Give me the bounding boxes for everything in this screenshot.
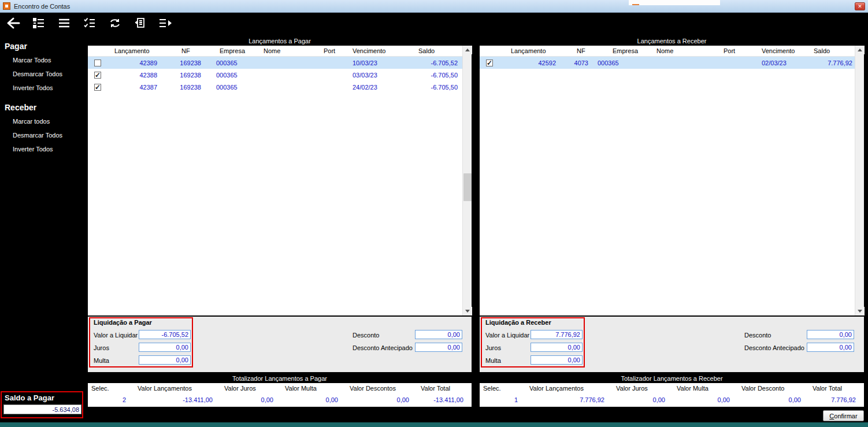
desconto-antecipado-input[interactable] [807,343,854,352]
cell-vencimento: 10/03/23 [350,60,405,66]
tot-val-selec: 1 [480,396,526,403]
cell-vencimento: 03/03/23 [350,72,405,79]
totalizador-receber: Totalizador Lançamentos a Receber Selec.… [480,374,864,407]
saldo-a-pagar-label: Saldo a Pagar [2,392,82,403]
status-bar [0,422,868,427]
cell-saldo: -6.705,50 [405,72,462,79]
pagar-panel: Lançamentos a Pagar Lançamento NF Empres… [88,37,472,315]
row-checkbox[interactable] [94,84,101,91]
receber-col-vencimento[interactable]: Vencimento [751,47,808,54]
menu-list-icon[interactable] [55,15,73,31]
sidebar: Pagar Marcar Todos Desmarcar Todos Inver… [0,34,87,422]
tot-val-valor-desconto: 0,00 [738,396,809,403]
sidebar-item-pagar-marcar-todos[interactable]: Marcar Todos [0,53,87,67]
pagar-col-vencimento[interactable]: Vencimento [350,47,405,54]
tot-col-valor-total: Valor Total [809,385,864,392]
totalizador-pagar-values: 2 -13.411,00 0,00 0,00 0,00 -13.411,00 [88,393,472,407]
desconto-antecipado-label: Desconto Antecipado [353,344,413,351]
confirmar-button[interactable]: Confirmar [823,410,864,421]
pagar-col-lancamento[interactable]: Lançamento [107,47,162,54]
back-icon[interactable] [5,15,22,31]
pagar-col-saldo[interactable]: Saldo [405,47,462,54]
totalizador-pagar-title: Totalizador Lançamentos a Pagar [88,374,472,383]
cell-lancamento: 42387 [107,84,162,91]
receber-scrollbar[interactable] [855,46,864,315]
checked-list-icon[interactable] [81,15,98,31]
copy-document-icon[interactable] [132,15,149,31]
pagar-table-header: Lançamento NF Empresa Nome Port Vencimen… [88,46,462,57]
liquidacao-receber-highlight [481,317,585,367]
tot-col-valor-juros: Valor Juros [613,385,673,392]
title-bar: Encontro de Contas [0,0,868,13]
cell-lancamento: 42388 [107,72,162,79]
window-title: Encontro de Contas [14,3,70,10]
tot-col-selec: Selec. [88,385,134,392]
encontro-de-contas-window: Encontro de Contas Pagar Marcar Todos De [0,0,868,427]
desconto-input[interactable] [807,330,854,339]
tot-val-valor-lancamentos: -13.411,00 [134,396,221,403]
cell-empresa: 000365 [206,60,260,66]
tot-col-valor-juros: Valor Juros [221,385,281,392]
sidebar-item-receber-inverter-todos[interactable]: Inverter Todos [0,142,87,156]
receber-col-port[interactable]: Port [717,47,751,54]
pagar-col-nf[interactable]: NF [162,47,206,54]
table-row[interactable]: 42592 4073 000365 02/03/23 7.776,92 [480,57,855,69]
cell-empresa: 000365 [206,84,260,91]
tot-col-selec: Selec. [480,385,526,392]
tot-col-valor-lancamentos: Valor Lançamentos [526,385,613,392]
saldo-a-pagar-box: Saldo a Pagar [1,391,83,418]
saldo-a-pagar-value[interactable] [3,404,81,414]
row-checkbox[interactable] [94,72,101,79]
sidebar-item-receber-desmarcar-todos[interactable]: Desmarcar Todos [0,128,87,142]
scroll-up-icon[interactable] [855,46,865,54]
tot-val-valor-multa: 0,00 [673,396,738,403]
receber-col-saldo[interactable]: Saldo [808,47,855,54]
scrollbar-thumb[interactable] [463,173,472,201]
table-row[interactable]: 42388 169238 000365 03/03/23 -6.705,50 [88,69,462,81]
background-window-artifact-accent [632,4,639,5]
cell-lancamento: 42389 [107,60,162,66]
row-checkbox[interactable] [94,60,101,66]
pagar-scrollbar[interactable] [462,46,472,315]
desconto-label: Desconto [353,332,379,339]
receber-col-nome[interactable]: Nome [647,47,717,54]
pagar-col-port[interactable]: Port [324,47,350,54]
refresh-icon[interactable] [106,15,124,31]
scroll-down-icon[interactable] [855,307,865,315]
totalizador-receber-values: 1 7.776,92 0,00 0,00 0,00 7.776,92 [480,393,864,407]
cell-vencimento: 02/03/23 [751,60,808,66]
receber-panel-title: Lançamentos a Receber [480,37,864,46]
tot-col-valor-multa: Valor Multa [673,385,738,392]
tot-col-valor-descontos: Valor Descontos [346,385,417,392]
row-checkbox[interactable] [486,60,493,66]
tot-val-valor-multa: 0,00 [281,396,346,403]
totalizador-receber-header: Selec. Valor Lançamentos Valor Juros Val… [480,383,864,393]
cell-nf: 169238 [162,84,206,91]
sidebar-item-receber-marcar-todos[interactable]: Marcar todos [0,114,87,128]
receber-table: Lançamento NF Empresa Nome Port Vencimen… [480,46,855,315]
cell-nf: 169238 [162,60,206,66]
receber-col-lancamento[interactable]: Lançamento [499,47,561,54]
pagar-col-nome[interactable]: Nome [260,47,324,54]
sidebar-item-pagar-desmarcar-todos[interactable]: Desmarcar Todos [0,67,87,81]
receber-col-nf[interactable]: NF [561,47,593,54]
table-row[interactable]: 42387 169238 000365 24/02/23 -6.705,50 [88,81,462,93]
tot-col-valor-multa: Valor Multa [281,385,346,392]
mark-all-list-icon[interactable] [30,15,47,31]
cell-saldo: 7.776,92 [808,60,855,66]
scroll-up-icon[interactable] [463,46,472,54]
sidebar-heading-receber: Receber [0,95,87,114]
close-icon[interactable] [855,2,865,10]
pagar-col-empresa[interactable]: Empresa [206,47,260,54]
desconto-antecipado-label: Desconto Antecipado [744,344,804,351]
tot-val-valor-total: -13.411,00 [417,396,472,403]
scroll-down-icon[interactable] [463,307,472,315]
send-to-list-icon[interactable] [157,15,175,31]
receber-col-empresa[interactable]: Empresa [593,47,647,54]
totalizador-pagar: Totalizador Lançamentos a Pagar Selec. V… [88,374,472,407]
sidebar-item-pagar-inverter-todos[interactable]: Inverter Todos [0,81,87,95]
desconto-input[interactable] [415,330,462,339]
desconto-antecipado-input[interactable] [415,343,462,352]
toolbar [0,13,868,34]
table-row[interactable]: 42389 169238 000365 10/03/23 -6.705,52 [88,57,462,69]
